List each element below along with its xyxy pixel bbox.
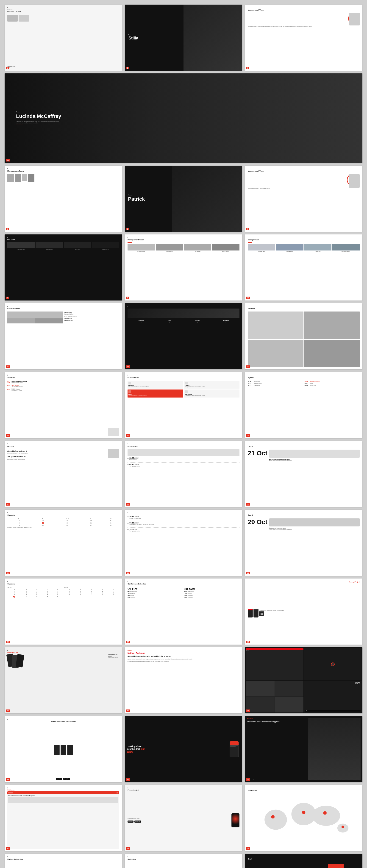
ag-l5: Q&A (310, 383, 313, 384)
slide8-logo: i (7, 237, 119, 238)
dm1-name: Miroslav Hadid (248, 251, 275, 252)
slide-support: i Support ● Train ● Solution ● Branding … (125, 303, 242, 369)
slide5-num: 5 (6, 228, 9, 230)
agenda-2: 08 43 Opening Speech (248, 383, 303, 384)
cal-wed: Wed (55, 518, 80, 520)
slide7-circle-wrap (346, 174, 360, 188)
slide-conf-schedule: i Conference Schedule 29 Oct 08:00 Regis… (125, 579, 242, 645)
cd1-speaker: Hamed Simon (129, 459, 240, 460)
map-dot-europe (302, 811, 306, 814)
wc-title: The ultimate online personal training pl… (247, 721, 304, 723)
dd-phone-header (230, 741, 239, 745)
slide-meeting: i Meeting Almost before we knew it. The … (5, 441, 122, 507)
nf-s3-c3 (246, 696, 275, 712)
mgmt-m1: Christina Miracle (127, 244, 155, 252)
slide7-num: 7 (246, 228, 249, 230)
slide24-logo: i (127, 581, 240, 582)
c3: 23 (55, 520, 80, 522)
slide29-logo: i (7, 718, 119, 720)
col-train: Train ● (156, 320, 183, 323)
event29-desc: Almost before we knew it, we had left th… (269, 529, 360, 530)
lucinda-content: Team Lucinda McCaffrey Apparently we had… (16, 111, 62, 125)
slide17-img (108, 449, 119, 505)
slide12-img (127, 309, 240, 318)
slide-web-screen: i Web Screen Almost before we knew it, w… (5, 785, 122, 851)
slide25-header: i Concept Project (248, 581, 360, 583)
slide24-content: 29 Oct 08:00 Registration 10:00 Opening … (127, 587, 240, 598)
dark-device-phone (228, 741, 240, 757)
concept-phone1 (248, 609, 253, 618)
slide26-text: Almost before we knew it we had left the… (108, 654, 119, 711)
slide22-img-col: Conference Business name Almost before w… (269, 519, 360, 530)
stilla-bg-img (183, 5, 242, 71)
nf-s2-circle (331, 662, 335, 666)
slide8-title: Our Team (7, 239, 119, 240)
tm1-name: Patrick Duncan (7, 249, 35, 250)
lucinda-line (16, 125, 23, 125)
c5: 25 (102, 520, 119, 522)
slide5-persons (7, 174, 119, 182)
cal-mon: Mon (7, 518, 32, 520)
slide22-date: 29 Oct (248, 519, 268, 526)
po-title: iPhone with object (127, 789, 240, 791)
slide-mobile-app: i Mobile App design – Tech Boom App Stor… (5, 716, 122, 782)
svc4-icon (185, 391, 188, 393)
design-m2: Monica Smart (276, 244, 303, 252)
cs-date1: 29 Oct (127, 587, 183, 591)
slide10-num: 10 (246, 297, 250, 299)
wc-img (308, 718, 361, 780)
slide3-person (349, 13, 360, 26)
slide-design-concept: i Design Concept Almost before we knew i… (5, 647, 122, 713)
c8: 30 (55, 522, 80, 524)
usa-map-svg (7, 862, 119, 868)
tm4-name: Michael Burton (92, 249, 119, 250)
slide1-num: 1 (6, 67, 9, 69)
slide25-concept: Concept Project (349, 581, 360, 583)
tm4-photo (92, 242, 119, 248)
slide-web-create: Web Create The ultimate online personal … (245, 716, 362, 782)
slide16-num: 16 (246, 434, 250, 437)
col-branding: Branding ● (212, 320, 240, 323)
slide3-body: Apparently we had reached a great height… (248, 26, 360, 28)
cs-r4: 14:00 Speech (127, 596, 183, 598)
netflix-brand: Netflix - Redesign (127, 652, 240, 654)
slide11-text: Rebecca Akers Christian Mitchell Almost … (64, 311, 119, 323)
svc-01: 01 Social Media Marketing Almost before … (7, 381, 119, 383)
ag-t5: 12 00 (304, 383, 309, 384)
creative-grid (7, 311, 63, 323)
slide22-title: Event (248, 514, 360, 516)
ct-p3 (35, 318, 63, 323)
c4: 24 (80, 520, 102, 522)
slide-agenda: i Agenda 08 30 Introduction 08 43 Openin… (245, 372, 362, 438)
nf-screen3 (246, 681, 303, 712)
slide9-num: 9 (126, 297, 129, 299)
slide-event-21oct: i Event 21 Oct Berlin International Conf… (245, 441, 362, 507)
slide1-price-val: $399 (7, 67, 119, 68)
slide13-title: Services (248, 308, 360, 310)
netflix-body2: By the same illusion which lifts the hor… (127, 661, 240, 663)
slide11-num: 11 (6, 365, 10, 368)
slide1-logo: i (7, 7, 119, 8)
ag-l4: Featured Speakers (310, 381, 320, 382)
slide3-circle-area (347, 13, 360, 26)
mgmt-m2: Rebecca Grant (156, 244, 183, 252)
slide17-content: Almost before we knew it. The spectacle … (7, 449, 119, 505)
svc3-desc: The spectacle before us was indeed subli… (128, 395, 182, 396)
slide3-num: 3 (246, 67, 249, 69)
mgmt-m1-name: Christina Miracle (127, 251, 155, 252)
slide25-phones: Almost before we knew it, we had left th… (248, 584, 360, 642)
c2: 22 (32, 520, 55, 522)
slide-lucinda: Team Lucinda McCaffrey Apparently we had… (5, 73, 362, 163)
mgmt-m1-photo (127, 244, 155, 250)
slide34-num: 34 (246, 847, 250, 850)
slide27-num: 43 (126, 710, 130, 712)
slide28-num: 44 (246, 710, 250, 712)
dark-device-text: Looking downinto the dark gulfbelow (127, 745, 145, 753)
slide2-num: 2 (126, 67, 129, 69)
slide26-content: Almost before we knew it we had left the… (7, 654, 119, 711)
ag-t4: 10 01 (304, 381, 309, 382)
slide25-num: 25 (246, 641, 250, 643)
tl-3: 15.02.2021 The spectacle before. (127, 528, 240, 532)
ws-title: Almost before we knew it, we had left th… (8, 795, 118, 797)
slide-our-services: i Our Services Document The spectacle be… (125, 372, 242, 438)
